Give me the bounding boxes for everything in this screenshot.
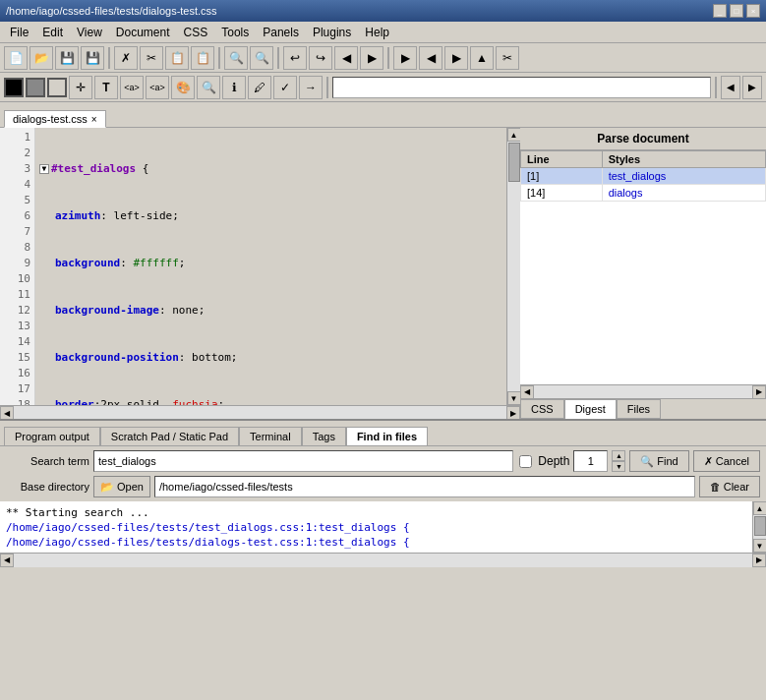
- output-scroll-track[interactable]: [753, 515, 767, 539]
- depth-checkbox[interactable]: [519, 455, 532, 468]
- menu-css[interactable]: CSS: [178, 24, 214, 41]
- search-term-input[interactable]: [93, 450, 513, 472]
- menu-view[interactable]: View: [71, 24, 108, 41]
- top-button[interactable]: ▲: [470, 46, 494, 70]
- tag-button[interactable]: <a>: [146, 76, 169, 99]
- cross-button[interactable]: ✛: [69, 76, 92, 99]
- right-h-scroll-left[interactable]: ◀: [520, 385, 534, 399]
- tab-program-output[interactable]: Program output: [4, 427, 100, 445]
- clear-button[interactable]: 🗑 Clear: [699, 476, 760, 497]
- new-button[interactable]: 📄: [4, 46, 28, 70]
- tab-dialogs-test-css[interactable]: dialogs-test.css ×: [4, 110, 106, 128]
- parse-row-1[interactable]: [1] test_dialogs: [521, 168, 766, 185]
- menu-edit[interactable]: Edit: [36, 24, 69, 41]
- tab-find-in-files[interactable]: Find in files: [346, 427, 428, 445]
- scroll-track[interactable]: [507, 142, 521, 391]
- depth-spinner[interactable]: ▲ ▼: [612, 450, 625, 472]
- save-as-button[interactable]: 💾: [81, 46, 104, 70]
- tab-css[interactable]: CSS: [520, 399, 564, 419]
- css-input[interactable]: [332, 77, 711, 98]
- font-button[interactable]: T: [94, 76, 118, 99]
- palette-button[interactable]: 🎨: [171, 76, 195, 99]
- scroll-up-arrow[interactable]: ▲: [507, 128, 521, 142]
- code-content[interactable]: ▼#test_dialogs { azimuth: left-side; bac…: [35, 128, 506, 405]
- tab-terminal[interactable]: Terminal: [239, 427, 302, 445]
- check-button[interactable]: ✓: [273, 76, 297, 99]
- arrow-button[interactable]: →: [299, 76, 323, 99]
- output-scroll-thumb[interactable]: [754, 516, 766, 536]
- nav-prev-button[interactable]: ◀: [721, 76, 740, 99]
- scroll-down-arrow[interactable]: ▼: [507, 391, 521, 405]
- line-num-9: 9: [0, 256, 34, 271]
- copy-button[interactable]: 📋: [165, 46, 189, 70]
- redo-button[interactable]: ↪: [309, 46, 332, 70]
- fold-icon-1[interactable]: ▼: [39, 164, 49, 174]
- base-dir-input[interactable]: [154, 476, 695, 497]
- tab-digest[interactable]: Digest: [564, 399, 617, 419]
- parse-row-2[interactable]: [14] dialogs: [521, 185, 766, 202]
- bottom-h-right[interactable]: ▶: [752, 554, 766, 567]
- info-button[interactable]: ℹ: [222, 76, 246, 99]
- open-dir-button[interactable]: 📂 Open: [93, 476, 150, 497]
- menu-tools[interactable]: Tools: [215, 24, 255, 41]
- close-doc-button[interactable]: ✗: [114, 46, 138, 70]
- tab-close-icon[interactable]: ×: [91, 114, 97, 125]
- menu-help[interactable]: Help: [359, 24, 395, 41]
- zoom-out-button[interactable]: 🔍: [250, 46, 273, 70]
- parse-style-1[interactable]: test_dialogs: [602, 168, 765, 185]
- cut-button[interactable]: ✂: [140, 46, 163, 70]
- sq3-button[interactable]: [47, 78, 67, 97]
- play-button[interactable]: ▶: [393, 46, 417, 70]
- format-button[interactable]: <a>: [120, 76, 144, 99]
- prev-button[interactable]: ◀: [419, 46, 442, 70]
- minimize-button[interactable]: _: [713, 4, 727, 18]
- parse-style-2[interactable]: dialogs: [602, 185, 765, 202]
- scissors-button[interactable]: ✂: [496, 46, 519, 70]
- menu-document[interactable]: Document: [110, 24, 176, 41]
- scroll-thumb[interactable]: [508, 143, 520, 182]
- editor-panel-container: 1 2 3 4 5 6 7 8 9 10 11 12 13 14 15 16 1…: [0, 128, 766, 419]
- save-button[interactable]: 💾: [55, 46, 79, 70]
- menu-file[interactable]: File: [4, 24, 34, 41]
- h-scroll-left-arrow[interactable]: ◀: [0, 406, 14, 419]
- nav-next-button[interactable]: ▶: [742, 76, 762, 99]
- right-h-scroll-track[interactable]: [534, 385, 752, 399]
- nav-left-button[interactable]: ◀: [334, 46, 358, 70]
- h-scroll-track[interactable]: [14, 406, 506, 419]
- bottom-hscrollbar[interactable]: ◀ ▶: [0, 553, 766, 566]
- nav-right-button[interactable]: ▶: [360, 46, 383, 70]
- sq1-button[interactable]: [4, 78, 24, 97]
- output-scroll-up[interactable]: ▲: [753, 501, 767, 515]
- close-button[interactable]: ×: [746, 4, 760, 18]
- maximize-button[interactable]: □: [730, 4, 743, 18]
- right-h-scroll-right[interactable]: ▶: [752, 385, 766, 399]
- bottom-h-left[interactable]: ◀: [0, 554, 14, 567]
- menu-plugins[interactable]: Plugins: [307, 24, 357, 41]
- clear-label: Clear: [724, 481, 749, 493]
- editor-hscrollbar[interactable]: ◀ ▶: [0, 405, 520, 419]
- open-button[interactable]: 📂: [29, 46, 53, 70]
- output-vscrollbar[interactable]: ▲ ▼: [752, 501, 766, 553]
- tab-tags[interactable]: Tags: [302, 427, 346, 445]
- sq2-button[interactable]: [26, 78, 45, 97]
- search-button[interactable]: 🔍: [197, 76, 220, 99]
- undo-button[interactable]: ↩: [283, 46, 307, 70]
- tab-files[interactable]: Files: [617, 399, 661, 419]
- brush-button[interactable]: 🖊: [248, 76, 271, 99]
- editor-vscrollbar[interactable]: ▲ ▼: [506, 128, 520, 405]
- right-panel-hscrollbar[interactable]: ◀ ▶: [520, 384, 766, 398]
- zoom-in-button[interactable]: 🔍: [224, 46, 248, 70]
- paste-button[interactable]: 📋: [191, 46, 214, 70]
- line-num-8: 8: [0, 240, 34, 256]
- output-scroll-down[interactable]: ▼: [753, 539, 767, 553]
- menu-panels[interactable]: Panels: [257, 24, 305, 41]
- tab-scratch-pad[interactable]: Scratch Pad / Static Pad: [100, 427, 239, 445]
- depth-input[interactable]: [573, 450, 608, 472]
- next-button[interactable]: ▶: [444, 46, 468, 70]
- find-button[interactable]: 🔍 Find: [629, 450, 688, 472]
- h-scroll-right-arrow[interactable]: ▶: [506, 406, 520, 419]
- bottom-h-track[interactable]: [14, 554, 752, 567]
- cancel-button[interactable]: ✗ Cancel: [693, 450, 760, 472]
- spin-down[interactable]: ▼: [612, 461, 625, 472]
- spin-up[interactable]: ▲: [612, 450, 625, 461]
